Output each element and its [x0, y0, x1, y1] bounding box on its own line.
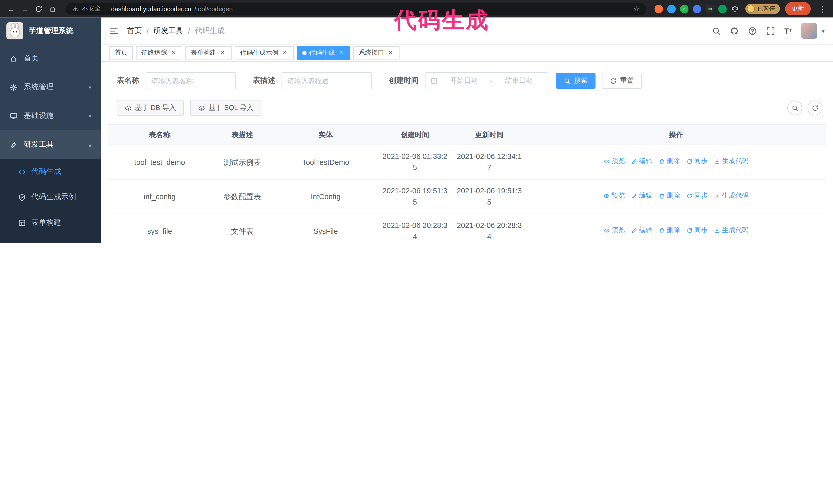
- security-warning-icon: [72, 6, 79, 12]
- sidebar-item-api[interactable]: 系统接口: [0, 235, 101, 243]
- sync-action-link[interactable]: 同步: [686, 191, 708, 201]
- extension-icon-6[interactable]: [718, 5, 727, 13]
- sidebar-item-form-builder[interactable]: 表单构建: [0, 210, 101, 235]
- breadcrumb-separator: /: [147, 27, 149, 35]
- breadcrumb: 首页/研发工具/代码生成: [127, 26, 224, 35]
- preview-action-link[interactable]: 预览: [603, 157, 625, 166]
- extension-icon-2[interactable]: [667, 5, 675, 13]
- sidebar-item-dev-tools[interactable]: 研发工具▴: [0, 130, 101, 159]
- sync-icon: [686, 193, 693, 199]
- edit-icon: [631, 227, 638, 234]
- table-row: sys_file文件表SysFile2021-02-06 20:28:34202…: [109, 214, 826, 243]
- tab-close-icon[interactable]: ×: [169, 49, 177, 57]
- search-icon[interactable]: [712, 26, 721, 35]
- sidebar-item-codegen[interactable]: 代码生成: [0, 159, 101, 184]
- table-row: inf_config参数配置表InfConfig2021-02-06 19:51…: [109, 179, 826, 214]
- sidebar-item-codegen-demo[interactable]: 代码生成示例: [0, 184, 101, 210]
- delete-icon: [659, 193, 665, 199]
- github-icon[interactable]: [730, 26, 739, 35]
- preview-action-link[interactable]: 预览: [603, 191, 625, 201]
- tab-codegen[interactable]: 代码生成×: [297, 46, 350, 60]
- edit-action-link[interactable]: 编辑: [631, 191, 652, 201]
- toggle-search-button[interactable]: [787, 100, 802, 115]
- security-label: 不安全: [82, 4, 101, 13]
- annotation-overlay: 代码生成: [394, 5, 490, 35]
- delete-action-link[interactable]: 删除: [659, 157, 680, 166]
- toolbar: 基于 DB 导入 基于 SQL 导入: [117, 100, 826, 116]
- delete-action-link[interactable]: 删除: [659, 191, 680, 201]
- tab-home[interactable]: 首页: [110, 46, 133, 60]
- generate-code-action-link[interactable]: 生成代码: [714, 225, 749, 235]
- cell-created: 2021-02-06 20:28:34: [378, 214, 452, 243]
- monitor-icon: [9, 112, 18, 120]
- cell-desc: 文件表: [211, 214, 274, 243]
- import-sql-button[interactable]: 基于 SQL 导入: [190, 100, 261, 116]
- tab-form-builder[interactable]: 表单构建×: [185, 46, 232, 60]
- tab-close-icon[interactable]: ×: [219, 49, 226, 57]
- tab-close-icon[interactable]: ×: [337, 49, 345, 57]
- cell-actions: 预览编辑删除同步生成代码: [526, 179, 826, 214]
- tab-label: 首页: [115, 48, 128, 57]
- search-button[interactable]: 搜索: [556, 73, 595, 89]
- browser-back-button[interactable]: ←: [5, 3, 17, 15]
- sidebar-item-infrastructure[interactable]: 基础设施▾: [0, 101, 101, 130]
- eye-icon: [603, 158, 610, 165]
- column-header-name: 表名称: [109, 125, 211, 145]
- date-range-picker[interactable]: 开始日期 - 结束日期: [425, 72, 548, 89]
- browser-home-button[interactable]: [47, 3, 58, 15]
- generate-icon: [714, 158, 720, 165]
- font-size-icon[interactable]: TT: [784, 26, 792, 35]
- fullscreen-icon[interactable]: [766, 26, 775, 35]
- browser-forward-button[interactable]: →: [19, 3, 31, 15]
- table-name-input[interactable]: [146, 72, 236, 89]
- chevron-down-icon[interactable]: ▾: [822, 28, 824, 34]
- table-name-label: 表名称: [117, 76, 139, 86]
- generate-code-action-link[interactable]: 生成代码: [714, 157, 749, 166]
- tab-api[interactable]: 系统接口×: [353, 46, 399, 60]
- table-desc-input[interactable]: [282, 72, 372, 89]
- bookmark-star-icon[interactable]: ☆: [633, 5, 640, 13]
- sidebar-item-label: 表单构建: [31, 218, 61, 227]
- import-db-button[interactable]: 基于 DB 导入: [117, 100, 184, 116]
- extensions-puzzle-icon[interactable]: [731, 5, 739, 13]
- browser-update-button[interactable]: 更新: [785, 2, 810, 16]
- profile-paused-chip[interactable]: 已暂停: [745, 4, 780, 14]
- cell-actions: 预览编辑删除同步生成代码: [526, 145, 826, 179]
- extension-icon-3[interactable]: ✓: [680, 5, 688, 13]
- tab-label: 代码生成: [309, 48, 334, 57]
- extension-icon-5[interactable]: on: [706, 5, 714, 13]
- extension-icon-4[interactable]: [693, 5, 701, 13]
- tab-close-icon[interactable]: ×: [281, 49, 288, 57]
- sync-action-link[interactable]: 同步: [686, 225, 708, 235]
- browser-menu-icon[interactable]: ⋮: [817, 5, 828, 13]
- tab-codegen-demo[interactable]: 代码生成示例×: [235, 46, 294, 60]
- edit-icon: [631, 193, 638, 199]
- breadcrumb-item[interactable]: 研发工具: [153, 26, 183, 35]
- help-icon[interactable]: [748, 26, 757, 35]
- delete-action-link[interactable]: 删除: [659, 225, 680, 235]
- column-header-created: 创建时间: [378, 125, 452, 145]
- sidebar-item-label: 代码生成: [31, 167, 61, 176]
- sidebar-submenu: 代码生成代码生成示例表单构建系统接口数据库文档: [0, 159, 101, 243]
- header-actions: TT ▾: [712, 23, 825, 39]
- tab-trace[interactable]: 链路追踪×: [136, 46, 182, 60]
- tab-close-icon[interactable]: ×: [387, 49, 394, 57]
- browser-address-bar[interactable]: 不安全 | dashboard.yudao.iocoder.cn/tool/co…: [66, 2, 646, 15]
- edit-action-link[interactable]: 编辑: [631, 157, 652, 166]
- breadcrumb-item[interactable]: 首页: [127, 26, 142, 35]
- sidebar-item-label: 研发工具: [24, 140, 53, 149]
- column-header-actions: 操作: [526, 125, 826, 145]
- preview-action-link[interactable]: 预览: [603, 225, 625, 235]
- browser-reload-button[interactable]: [33, 3, 45, 15]
- sync-action-link[interactable]: 同步: [686, 157, 708, 166]
- sidebar-item-system[interactable]: 系统管理▾: [0, 73, 101, 101]
- edit-action-link[interactable]: 编辑: [631, 225, 652, 235]
- refresh-table-button[interactable]: [808, 100, 823, 115]
- generate-code-action-link[interactable]: 生成代码: [714, 191, 749, 201]
- tool-icon: [9, 141, 18, 148]
- extension-icon-1[interactable]: [654, 5, 663, 13]
- user-avatar[interactable]: [801, 23, 817, 39]
- sidebar-item-home[interactable]: 首页: [0, 44, 101, 73]
- reset-button[interactable]: 重置: [602, 73, 642, 89]
- hamburger-icon[interactable]: [110, 26, 118, 35]
